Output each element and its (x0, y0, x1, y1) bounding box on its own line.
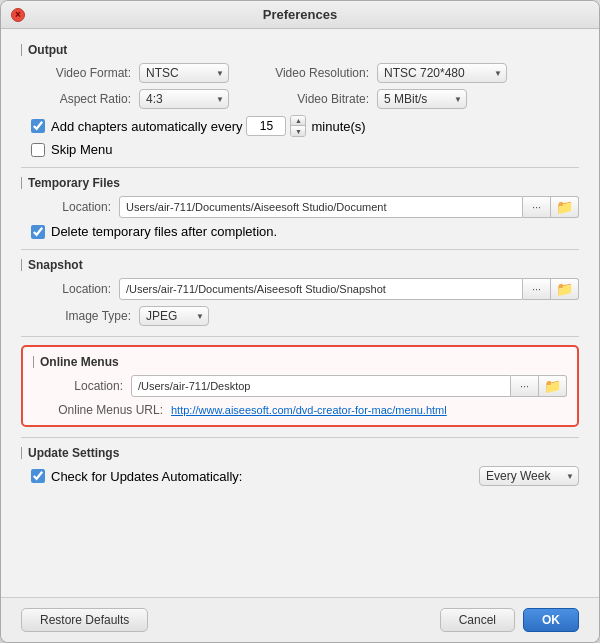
temp-files-section-label: Temporary Files (21, 176, 579, 190)
chapters-unit: minute(s) (311, 119, 365, 134)
divider-3 (21, 336, 579, 337)
image-type-label: Image Type: (31, 309, 131, 323)
delete-temp-checkbox[interactable] (31, 225, 45, 239)
update-settings-section-label: Update Settings (21, 446, 579, 460)
bitrate-group: Video Bitrate: 5 MBit/s 8 MBit/s (249, 89, 467, 109)
cancel-button[interactable]: Cancel (440, 608, 515, 632)
temp-files-section: Temporary Files Location: ··· 📁 Delete t… (21, 176, 579, 239)
temp-location-row: Location: ··· 📁 (21, 196, 579, 218)
video-bitrate-label: Video Bitrate: (249, 92, 369, 106)
ok-button[interactable]: OK (523, 608, 579, 632)
video-resolution-group: Video Resolution: NTSC 720*480 PAL 720*5… (249, 63, 507, 83)
aspect-row: Aspect Ratio: 4:3 16:9 Video Bitrate: 5 … (21, 89, 579, 109)
snapshot-location-row: Location: ··· 📁 (21, 278, 579, 300)
divider-4 (21, 437, 579, 438)
restore-defaults-button[interactable]: Restore Defaults (21, 608, 148, 632)
chapters-label: Add chapters automatically every (51, 119, 242, 134)
snapshot-section-label: Snapshot (21, 258, 579, 272)
online-menus-dots-button[interactable]: ··· (511, 375, 539, 397)
divider-2 (21, 249, 579, 250)
skip-menu-checkbox[interactable] (31, 143, 45, 157)
skip-menu-row: Skip Menu (21, 142, 579, 157)
image-type-select-wrapper: JPEG PNG BMP (139, 306, 209, 326)
aspect-ratio-label: Aspect Ratio: (31, 92, 131, 106)
delete-temp-label: Delete temporary files after completion. (51, 224, 277, 239)
video-format-select-wrapper: NTSC PAL (139, 63, 229, 83)
bitrate-select-wrapper: 5 MBit/s 8 MBit/s (377, 89, 467, 109)
video-bitrate-select[interactable]: 5 MBit/s 8 MBit/s (377, 89, 467, 109)
video-format-select[interactable]: NTSC PAL (139, 63, 229, 83)
output-section: Output Video Format: NTSC PAL Video Reso… (21, 43, 579, 157)
update-check-label: Check for Updates Automatically: (51, 469, 242, 484)
video-resolution-select-wrapper: NTSC 720*480 PAL 720*576 (377, 63, 507, 83)
video-format-label: Video Format: (31, 66, 131, 80)
close-button[interactable] (11, 8, 25, 22)
online-menus-folder-button[interactable]: 📁 (539, 375, 567, 397)
online-menus-url-row: Online Menus URL: http://www.aiseesoft.c… (33, 403, 567, 417)
snapshot-section: Snapshot Location: ··· 📁 Image Type: JPE… (21, 258, 579, 326)
right-buttons: Cancel OK (440, 608, 579, 632)
temp-location-dots-button[interactable]: ··· (523, 196, 551, 218)
aspect-ratio-group: Aspect Ratio: 4:3 16:9 (31, 89, 229, 109)
chapters-decrement[interactable]: ▼ (291, 126, 305, 136)
divider-1 (21, 167, 579, 168)
image-type-row: Image Type: JPEG PNG BMP (21, 306, 579, 326)
video-resolution-label: Video Resolution: (249, 66, 369, 80)
online-menus-location-row: Location: ··· 📁 (33, 375, 567, 397)
snapshot-location-folder-button[interactable]: 📁 (551, 278, 579, 300)
snapshot-location-dots-button[interactable]: ··· (523, 278, 551, 300)
temp-location-input[interactable] (119, 196, 523, 218)
online-menus-url-link[interactable]: http://www.aiseesoft.com/dvd-creator-for… (171, 404, 447, 416)
online-menus-location-input[interactable] (131, 375, 511, 397)
window-title: Preferences (263, 7, 337, 22)
snapshot-location-label: Location: (31, 282, 111, 296)
video-resolution-select[interactable]: NTSC 720*480 PAL 720*576 (377, 63, 507, 83)
aspect-ratio-select-wrapper: 4:3 16:9 (139, 89, 229, 109)
temp-location-label: Location: (31, 200, 111, 214)
video-format-group: Video Format: NTSC PAL (31, 63, 229, 83)
chapters-increment[interactable]: ▲ (291, 116, 305, 126)
online-menus-location-label: Location: (43, 379, 123, 393)
content-area: Output Video Format: NTSC PAL Video Reso… (1, 29, 599, 597)
preferences-window: Preferences Output Video Format: NTSC PA… (0, 0, 600, 643)
aspect-ratio-select[interactable]: 4:3 16:9 (139, 89, 229, 109)
update-check-group: Check for Updates Automatically: (31, 469, 242, 484)
video-format-row: Video Format: NTSC PAL Video Resolution:… (21, 63, 579, 83)
titlebar: Preferences (1, 1, 599, 29)
chapters-checkbox[interactable] (31, 119, 45, 133)
snapshot-location-input[interactable] (119, 278, 523, 300)
temp-location-folder-button[interactable]: 📁 (551, 196, 579, 218)
update-settings-row: Check for Updates Automatically: Every W… (21, 466, 579, 486)
chapters-stepper: ▲ ▼ (290, 115, 306, 137)
footer: Restore Defaults Cancel OK (1, 597, 599, 642)
update-frequency-select-wrapper: Every Week Every Day Every Month Never (479, 466, 579, 486)
online-menus-section-label: Online Menus (33, 355, 567, 369)
chapters-input[interactable] (246, 116, 286, 136)
delete-temp-row: Delete temporary files after completion. (21, 224, 579, 239)
output-section-label: Output (21, 43, 579, 57)
online-menus-section: Online Menus Location: ··· 📁 Online Menu… (21, 345, 579, 427)
update-frequency-select[interactable]: Every Week Every Day Every Month Never (479, 466, 579, 486)
update-check-checkbox[interactable] (31, 469, 45, 483)
chapters-row: Add chapters automatically every ▲ ▼ min… (21, 115, 579, 137)
image-type-select[interactable]: JPEG PNG BMP (139, 306, 209, 326)
update-settings-section: Update Settings Check for Updates Automa… (21, 446, 579, 486)
online-menus-url-label: Online Menus URL: (43, 403, 163, 417)
skip-menu-label: Skip Menu (51, 142, 112, 157)
